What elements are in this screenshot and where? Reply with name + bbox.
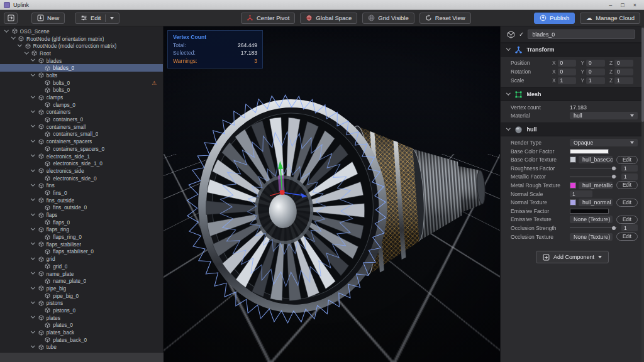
emissive-texture-field[interactable]: None (Texture)	[570, 216, 613, 223]
tree-item-flaps[interactable]: flaps	[0, 211, 163, 219]
tree-item-fins-outside-0[interactable]: fins_outside_0	[0, 204, 163, 212]
chevron-down-icon[interactable]	[18, 43, 21, 47]
chevron-down-icon[interactable]	[31, 241, 35, 244]
occlusion-strength-value[interactable]: 1	[621, 224, 638, 231]
material-section-header[interactable]: hull	[501, 123, 644, 136]
chevron-down-icon[interactable]	[31, 344, 35, 348]
chevron-down-icon[interactable]	[25, 50, 28, 53]
emissive-factor-color-swatch[interactable]	[570, 209, 609, 214]
tree-item-containers-spacers-0[interactable]: containers_spacers_0	[0, 145, 163, 153]
visibility-check-icon[interactable]: ✓	[519, 31, 524, 38]
publish-button[interactable]: Publish	[534, 13, 575, 24]
tree-item-clamps-0[interactable]: clamps_0	[0, 101, 163, 109]
edit-button[interactable]: Edit	[75, 13, 119, 24]
metal-rough-texture-swatch[interactable]	[570, 182, 576, 189]
tree-item-containers-spacers[interactable]: containers_spacers	[0, 138, 163, 145]
grid-visible-button[interactable]: Grid Visible	[362, 13, 414, 24]
chevron-down-icon[interactable]	[31, 255, 35, 259]
base-color-factor-color-swatch[interactable]	[570, 149, 609, 154]
tree-item-name-plate[interactable]: name_plate	[0, 270, 163, 278]
tree-item-bolts-0[interactable]: bolts_0⚠	[0, 79, 163, 87]
tree-item-rootnode-model-correction-matrix[interactable]: RootNode (model correction matrix)	[0, 42, 163, 50]
tree-item-grid[interactable]: grid	[0, 255, 163, 263]
chevron-down-icon[interactable]	[31, 300, 35, 304]
position-z-input[interactable]: 0	[614, 60, 633, 67]
tree-item-plates-0[interactable]: plates_0	[0, 322, 163, 329]
tree-item-clamps[interactable]: clamps	[0, 94, 163, 101]
chevron-down-icon[interactable]	[31, 270, 35, 274]
occlusion-texture-edit-button[interactable]: Edit	[616, 233, 638, 241]
metallic-factor-slider[interactable]	[570, 173, 617, 180]
global-space-button[interactable]: Global Space	[300, 13, 357, 24]
import-button[interactable]	[4, 13, 18, 24]
roughness-factor-slider[interactable]	[570, 165, 617, 172]
chevron-down-icon[interactable]	[31, 285, 35, 288]
center-pivot-button[interactable]: Center Pivot	[241, 13, 295, 24]
minimize-button[interactable]: –	[609, 2, 612, 8]
chevron-down-icon[interactable]	[31, 167, 35, 171]
tree-item-pipe-big[interactable]: pipe_big	[0, 285, 163, 292]
normal-scale-input[interactable]: 1	[570, 190, 592, 197]
tree-item-fins-0[interactable]: fins_0	[0, 189, 163, 197]
mesh-section-header[interactable]: Mesh	[501, 87, 644, 101]
tree-item-fins-outside[interactable]: fins_outside	[0, 197, 163, 204]
reset-view-button[interactable]: Reset View	[419, 13, 471, 24]
chevron-down-icon[interactable]	[31, 138, 35, 141]
tree-item-flaps-ring[interactable]: flaps_ring	[0, 226, 163, 234]
tree-item-flaps-0[interactable]: flaps_0	[0, 219, 163, 226]
tree-item-flaps-ring-0[interactable]: flaps_ring_0	[0, 233, 163, 241]
tree-item-pipe-big-0[interactable]: pipe_big_0	[0, 292, 163, 300]
tree-item-pistons[interactable]: pistons	[0, 299, 163, 307]
chevron-down-icon[interactable]	[31, 211, 35, 215]
scale-y-input[interactable]: 1	[586, 77, 605, 84]
material-dropdown[interactable]: hull	[570, 112, 638, 119]
tree-item-bolts-0[interactable]: bolts_0	[0, 87, 163, 94]
tree-item-containers[interactable]: containers	[0, 109, 163, 116]
position-x-input[interactable]: 0	[558, 60, 577, 67]
add-component-button[interactable]: Add Component	[536, 251, 609, 263]
scale-x-input[interactable]: 1	[558, 77, 577, 84]
rotation-y-input[interactable]: 0	[586, 69, 605, 75]
chevron-down-icon[interactable]	[31, 314, 35, 318]
normal-texture-edit-button[interactable]: Edit	[616, 199, 638, 207]
rotation-z-input[interactable]: 0	[614, 69, 633, 75]
chevron-down-icon[interactable]	[31, 94, 35, 97]
tree-item-containers-small[interactable]: containers_small	[0, 123, 163, 131]
render-type-dropdown[interactable]: Opaque	[570, 139, 638, 146]
tree-item-flaps-stabiliser[interactable]: flaps_stabiliser	[0, 241, 163, 248]
metal-rough-texture-edit-button[interactable]: Edit	[616, 181, 638, 189]
tree-item-name-plate-0[interactable]: name_plate_0	[0, 277, 163, 285]
tree-item-grid-0[interactable]: grid_0	[0, 263, 163, 270]
tree-item-tube[interactable]: tube	[0, 344, 163, 351]
tree-item-osg-scene[interactable]: OSG_Scene	[0, 28, 163, 35]
metallic-factor-value[interactable]: 1	[621, 173, 638, 180]
chevron-down-icon[interactable]	[31, 197, 35, 200]
chevron-down-icon[interactable]	[31, 57, 35, 61]
rotation-x-input[interactable]: 0	[558, 69, 577, 75]
tree-item-electronics-side-1-0[interactable]: electronics_side_1_0	[0, 160, 163, 167]
tree-item-pistons-0[interactable]: pistons_0	[0, 307, 163, 314]
tree-item-bolts[interactable]: bolts	[0, 72, 163, 79]
tree-item-containers-small-0[interactable]: containers_small_0	[0, 131, 163, 138]
viewport-canvas[interactable]: Vertex Count Total:264.449 Selected:17.1…	[164, 26, 500, 362]
tree-horizontal-scrollbar[interactable]	[0, 352, 164, 362]
tree-item-plates[interactable]: plates	[0, 314, 163, 322]
metal-rough-texture-field[interactable]: hull_metallicRoughness	[579, 182, 613, 189]
chevron-down-icon[interactable]	[31, 123, 35, 127]
tree-item-flaps-stabiliser-0[interactable]: flaps_stabiliser_0	[0, 248, 163, 256]
occlusion-texture-field[interactable]: None (Texture)	[570, 233, 613, 241]
roughness-factor-value[interactable]: 1	[621, 165, 638, 172]
chevron-down-icon[interactable]	[31, 72, 35, 75]
scale-z-input[interactable]: 1	[614, 77, 633, 84]
tree-item-electronics-side[interactable]: electronics_side	[0, 167, 163, 175]
tree-item-electronics-side-0[interactable]: electronics_side_0	[0, 175, 163, 182]
tree-item-rootnode-gltf-orientation-matrix[interactable]: RootNode (gltf orientation matrix)	[0, 35, 163, 43]
new-button[interactable]: New	[31, 13, 65, 24]
normal-texture-field[interactable]: hull_normal	[579, 199, 613, 206]
base-color-texture-edit-button[interactable]: Edit	[616, 156, 638, 164]
chevron-down-icon[interactable]	[4, 28, 8, 31]
emissive-texture-edit-button[interactable]: Edit	[616, 216, 638, 224]
chevron-down-icon[interactable]	[31, 329, 35, 332]
tree-item-fins[interactable]: fins	[0, 182, 163, 189]
chevron-down-icon[interactable]	[31, 182, 35, 186]
